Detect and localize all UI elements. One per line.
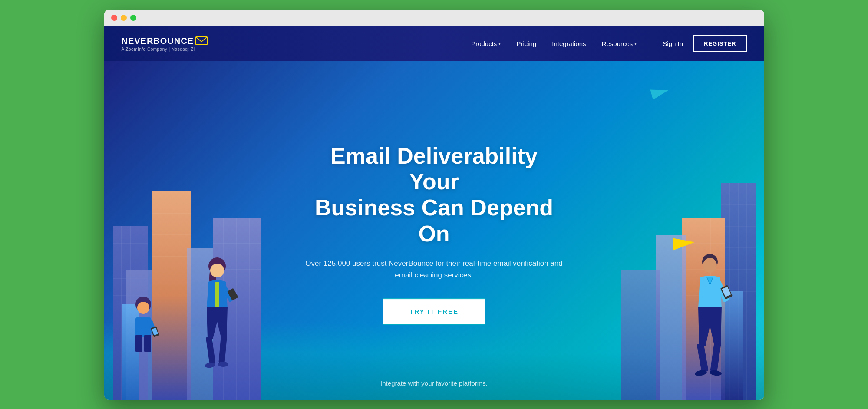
nav-label-integrations: Integrations (552, 40, 586, 47)
nav-item-products[interactable]: Products ▾ (471, 40, 501, 47)
nav-item-resources[interactable]: Resources ▾ (602, 40, 637, 47)
logo[interactable]: NEVERBOUNCE (122, 36, 208, 46)
plane-middle-right-icon (672, 236, 695, 250)
plane-top-right-icon (650, 85, 670, 100)
svg-point-43 (210, 264, 224, 277)
sign-in-button[interactable]: Sign In (663, 40, 683, 47)
navbar: NEVERBOUNCE A ZoomInfo Company | Nasdaq:… (104, 26, 764, 61)
nav-link-products[interactable]: Products ▾ (471, 40, 501, 47)
logo-envelope-icon (195, 36, 208, 45)
nav-item-integrations[interactable]: Integrations (552, 40, 586, 47)
logo-area: NEVERBOUNCE A ZoomInfo Company | Nasdaq:… (122, 36, 208, 52)
svg-point-52 (703, 258, 717, 273)
integrate-text: Integrate with your favorite platforms. (380, 379, 488, 387)
hero-bottom: Integrate with your favorite platforms. (380, 379, 488, 387)
hero-subtitle: Over 125,000 users trust NeverBounce for… (304, 257, 564, 281)
building-right-4 (621, 270, 660, 400)
svg-rect-54 (710, 343, 721, 372)
person-walking-female-svg (191, 257, 243, 378)
person-walking-right (682, 252, 738, 387)
try-free-button[interactable]: TRY IT FREE (383, 298, 485, 325)
browser-chrome (104, 10, 764, 26)
nav-label-products: Products (471, 40, 497, 47)
nav-link-resources[interactable]: Resources ▾ (602, 40, 637, 47)
person-walking-left (191, 257, 243, 378)
nav-link-integrations[interactable]: Integrations (552, 40, 586, 47)
close-button[interactable] (111, 15, 117, 21)
hero-title-line1: Email Deliverability Your (330, 143, 538, 195)
browser-window: NEVERBOUNCE A ZoomInfo Company | Nasdaq:… (104, 10, 764, 400)
svg-rect-46 (218, 336, 227, 363)
hero-section: Email Deliverability Your Business Can D… (104, 61, 764, 400)
logo-text: NEVERBOUNCE (122, 36, 194, 46)
logo-subtitle: A ZoomInfo Company | Nasdaq: ZI (122, 47, 208, 52)
resources-chevron-icon: ▾ (634, 41, 637, 46)
nav-link-pricing[interactable]: Pricing (516, 40, 536, 47)
nav-label-resources: Resources (602, 40, 633, 47)
minimize-button[interactable] (121, 15, 127, 21)
person-walking-male-svg (682, 252, 738, 387)
svg-point-47 (205, 362, 215, 368)
svg-point-48 (218, 362, 228, 367)
svg-rect-37 (144, 335, 151, 352)
svg-rect-45 (205, 336, 215, 363)
register-button[interactable]: REGISTER (693, 35, 746, 52)
nav-label-pricing: Pricing (516, 40, 536, 47)
maximize-button[interactable] (130, 15, 136, 21)
hero-content: Email Deliverability Your Business Can D… (304, 143, 564, 325)
person-sitting-left (117, 296, 169, 365)
nav-item-pricing[interactable]: Pricing (516, 40, 536, 47)
nav-right: Sign In REGISTER (663, 35, 746, 52)
svg-rect-36 (135, 335, 142, 352)
browser-body: NEVERBOUNCE A ZoomInfo Company | Nasdaq:… (104, 26, 764, 400)
svg-rect-44 (215, 282, 219, 308)
hero-title: Email Deliverability Your Business Can D… (304, 143, 564, 247)
svg-point-34 (137, 302, 149, 314)
person-sitting-svg (117, 296, 169, 365)
products-chevron-icon: ▾ (498, 41, 501, 46)
nav-links: Products ▾ Pricing Integrations (471, 40, 637, 47)
hero-title-line2: Business Can Depend On (315, 195, 553, 246)
svg-rect-53 (696, 343, 708, 372)
